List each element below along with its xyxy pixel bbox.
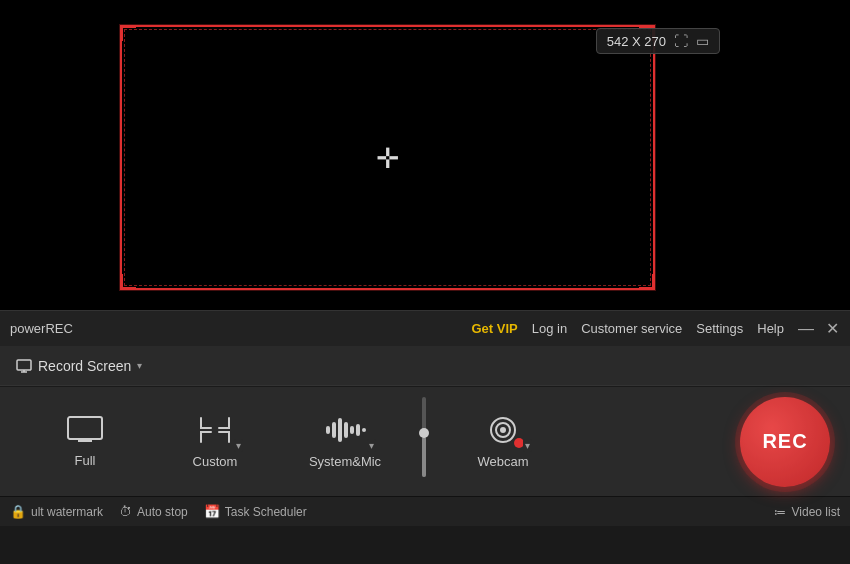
close-button[interactable]: ✕ <box>824 321 840 337</box>
video-list-icon: ≔ <box>774 505 786 519</box>
watermark-status[interactable]: 🔒 ult watermark <box>10 504 103 519</box>
record-screen-dropdown-arrow[interactable]: ▾ <box>137 360 142 371</box>
svg-rect-3 <box>68 417 102 439</box>
minimize-button[interactable]: — <box>798 321 814 337</box>
volume-track <box>422 397 426 477</box>
volume-thumb[interactable] <box>419 428 429 438</box>
dimension-text: 542 X 270 <box>607 34 666 49</box>
task-scheduler-status[interactable]: 📅 Task Scheduler <box>204 504 307 519</box>
system-mic-dropdown-arrow[interactable]: ▾ <box>367 439 376 452</box>
webcam-icon: ▾ <box>484 414 522 446</box>
video-list-status[interactable]: ≔ Video list <box>774 505 840 519</box>
crop-badge-icon[interactable]: ⛶ <box>674 33 688 49</box>
task-scheduler-label: Task Scheduler <box>225 505 307 519</box>
full-icon <box>66 415 104 445</box>
move-icon[interactable]: ✛ <box>376 142 399 173</box>
record-screen-label: Record Screen <box>38 358 131 374</box>
selection-frame[interactable]: ✛ <box>120 25 655 290</box>
watermark-icon: 🔒 <box>10 504 26 519</box>
help-button[interactable]: Help <box>757 321 784 336</box>
svg-rect-11 <box>356 424 360 436</box>
auto-stop-label: Auto stop <box>137 505 188 519</box>
svg-rect-0 <box>17 360 31 370</box>
title-bar-nav: Get VIP Log in Customer service Settings… <box>471 321 784 336</box>
rec-area: REC <box>740 397 830 487</box>
custom-dropdown-arrow[interactable]: ▾ <box>234 439 243 452</box>
auto-stop-status[interactable]: ⏱ Auto stop <box>119 504 188 519</box>
rec-button[interactable]: REC <box>740 397 830 487</box>
svg-rect-8 <box>338 418 342 442</box>
svg-rect-7 <box>332 422 336 438</box>
customer-service-button[interactable]: Customer service <box>581 321 682 336</box>
svg-point-15 <box>500 427 506 433</box>
system-mic-icon: ▾ <box>324 414 366 446</box>
control-custom[interactable]: ▾ Custom <box>150 404 280 479</box>
webcam-label: Webcam <box>477 454 528 469</box>
monitor-badge-icon[interactable]: ▭ <box>696 33 709 49</box>
svg-rect-12 <box>362 428 366 432</box>
controls-bar: Full ▾ Custom <box>0 386 850 496</box>
watermark-label: ult watermark <box>31 505 103 519</box>
system-mic-label: System&Mic <box>309 454 381 469</box>
volume-fill <box>422 437 426 477</box>
webcam-dropdown-arrow[interactable]: ▾ <box>523 439 532 452</box>
toolbar: Record Screen ▾ <box>0 346 850 386</box>
title-bar: powerREC Get VIP Log in Customer service… <box>0 310 850 346</box>
login-button[interactable]: Log in <box>532 321 567 336</box>
corner-handle-bl[interactable] <box>120 274 136 290</box>
dimension-badge: 542 X 270 ⛶ ▭ <box>596 28 720 54</box>
rec-label: REC <box>762 430 807 453</box>
corner-handle-br[interactable] <box>639 274 655 290</box>
video-list-label: Video list <box>792 505 840 519</box>
custom-label: Custom <box>193 454 238 469</box>
volume-slider[interactable] <box>418 397 430 487</box>
svg-rect-10 <box>350 426 354 434</box>
full-label: Full <box>75 453 96 468</box>
control-webcam[interactable]: ▾ Webcam <box>438 404 568 479</box>
corner-handle-tl[interactable] <box>120 25 136 41</box>
preview-area: ✛ 542 X 270 ⛶ ▭ <box>0 0 850 310</box>
auto-stop-icon: ⏱ <box>119 504 132 519</box>
control-system-mic[interactable]: ▾ System&Mic <box>280 404 410 479</box>
record-screen-icon <box>16 358 32 374</box>
settings-button[interactable]: Settings <box>696 321 743 336</box>
window-controls: — ✕ <box>798 321 840 337</box>
custom-icon: ▾ <box>197 414 233 446</box>
svg-rect-9 <box>344 422 348 438</box>
task-scheduler-icon: 📅 <box>204 504 220 519</box>
svg-rect-6 <box>326 426 330 434</box>
record-screen-button[interactable]: Record Screen ▾ <box>10 354 148 378</box>
control-full[interactable]: Full <box>20 405 150 478</box>
app-name: powerREC <box>10 321 471 336</box>
status-bar: 🔒 ult watermark ⏱ Auto stop 📅 Task Sched… <box>0 496 850 526</box>
get-vip-button[interactable]: Get VIP <box>471 321 517 336</box>
